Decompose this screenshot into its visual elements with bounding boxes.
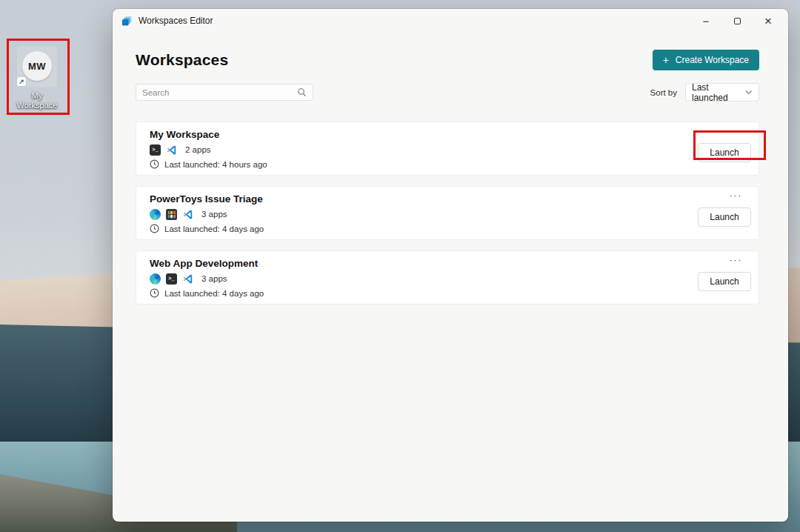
clock-icon (150, 159, 159, 169)
workspace-name: Web App Development (150, 258, 745, 269)
more-options-icon[interactable]: ··· (727, 253, 746, 267)
vscode-icon (166, 144, 177, 156)
clock-icon (150, 288, 159, 298)
maximize-icon (734, 18, 741, 24)
search-icon (297, 87, 307, 97)
plus-icon: + (663, 55, 669, 65)
desktop-shortcut-my-workspace[interactable]: MW ↗ My Workspace (12, 46, 62, 110)
apps-count: 3 apps (201, 210, 227, 219)
titlebar: Workspaces Editor − × (113, 9, 788, 33)
workspace-list: My Workspace >_ 2 apps Last launch (136, 122, 759, 305)
clock-icon (150, 224, 159, 233)
windows-terminal-icon: >_ (166, 273, 177, 285)
last-launched-text: Last launched: 4 days ago (164, 289, 264, 298)
minimize-icon: − (703, 16, 710, 27)
search-input[interactable] (142, 88, 297, 97)
windows-terminal-icon: >_ (150, 144, 161, 156)
minimize-button[interactable]: − (690, 10, 721, 32)
create-workspace-button[interactable]: + Create Workspace (653, 50, 759, 70)
sort-by-label: Sort by (650, 88, 677, 97)
workspace-card-web-app-development: Web App Development >_ 3 apps (136, 250, 759, 305)
grid-app-icon (166, 209, 177, 220)
more-options-icon[interactable]: ··· (727, 188, 746, 202)
last-launched-text: Last launched: 4 hours ago (164, 160, 267, 169)
launch-button[interactable]: Launch (698, 143, 751, 162)
launch-button[interactable]: Launch (698, 272, 751, 291)
close-icon: × (764, 15, 772, 27)
workspace-name: My Workspace (150, 129, 745, 140)
last-launched-text: Last launched: 4 days ago (164, 225, 264, 233)
workspace-name: PowerToys Issue Triage (150, 193, 745, 205)
apps-count: 2 apps (185, 145, 211, 154)
workspaces-app-icon (121, 16, 133, 27)
shortcut-tile: MW ↗ (17, 46, 57, 87)
close-button[interactable]: × (753, 10, 784, 32)
sort-dropdown-value: Last launched (692, 82, 745, 103)
vscode-icon (182, 209, 193, 220)
workspace-card-powertoys-issue-triage: PowerToys Issue Triage 3 apps (136, 186, 759, 240)
shortcut-label: My Workspace (12, 91, 62, 110)
workspace-card-my-workspace: My Workspace >_ 2 apps Last launch (136, 122, 759, 176)
desktop: MW ↗ My Workspace Workspaces Editor − (0, 0, 800, 532)
workspace-avatar: MW (22, 51, 52, 81)
shortcut-arrow-icon: ↗ (17, 77, 26, 86)
search-box (136, 84, 313, 101)
window-content: Workspaces + Create Workspace Sort by (113, 33, 788, 522)
vscode-icon (182, 273, 193, 285)
workspaces-editor-window: Workspaces Editor − × Workspaces + Creat… (113, 9, 788, 522)
sort-dropdown[interactable]: Last launched (685, 83, 759, 102)
more-options-icon[interactable]: ··· (727, 124, 746, 138)
apps-count: 3 apps (201, 274, 227, 283)
window-controls: − × (690, 9, 784, 33)
edge-icon (150, 209, 161, 220)
chevron-down-icon (745, 90, 753, 95)
page-title: Workspaces (136, 51, 228, 69)
workspace-initials: MW (28, 61, 46, 72)
window-title: Workspaces Editor (139, 16, 213, 26)
maximize-button[interactable] (721, 10, 753, 32)
edge-icon (150, 273, 161, 285)
launch-button[interactable]: Launch (698, 207, 751, 227)
